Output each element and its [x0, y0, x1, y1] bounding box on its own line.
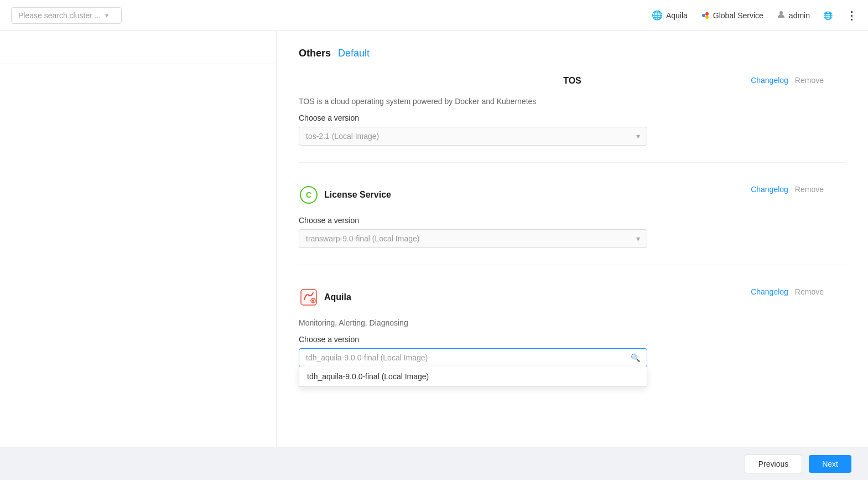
license-version-chevron: ▾	[636, 234, 640, 243]
tos-version-label: Choose a version	[299, 113, 846, 122]
tos-remove-link[interactable]: Remove	[795, 76, 824, 85]
next-button[interactable]: Next	[809, 455, 851, 473]
svg-point-0	[702, 14, 705, 17]
aquila-section: Aquila Changelog Remove Monitoring, Aler…	[299, 287, 846, 404]
header-left: Please search cluster ... ▾	[11, 7, 122, 24]
aquila-action-row: Changelog Remove	[751, 287, 824, 296]
license-copyright-icon: C	[300, 186, 318, 204]
aquila-version-label: Choose a version	[299, 335, 846, 344]
aquila-service-name: Aquila	[324, 292, 351, 302]
footer: Previous Next	[0, 447, 868, 480]
aquila-nav-item[interactable]: 🌐 Aquila	[652, 10, 688, 20]
globe-icon-item[interactable]: 🌐	[823, 11, 833, 20]
more-menu-item[interactable]: ⋮	[846, 9, 857, 22]
aquila-globe-icon: 🌐	[652, 10, 663, 20]
aquila-search-icon: 🔍	[631, 353, 640, 362]
license-service-name: License Service	[324, 190, 391, 200]
tos-action-row: Changelog Remove	[751, 76, 824, 85]
license-changelog-link[interactable]: Changelog	[751, 185, 788, 194]
license-service-icon: C	[299, 185, 319, 205]
aquila-version-dropdown: tdh_aquila-9.0.0-final (Local Image)	[299, 367, 647, 387]
cluster-placeholder-text: Please search cluster ...	[18, 11, 101, 20]
tos-section: TOS Changelog Remove TOS is a cloud oper…	[299, 76, 846, 163]
global-service-dots-icon	[701, 11, 710, 20]
aquila-nav-label: Aquila	[666, 11, 688, 20]
tos-description: TOS is a cloud operating system powered …	[299, 97, 846, 106]
license-version-value: transwarp-9.0-final (Local Image)	[306, 234, 419, 243]
previous-button[interactable]: Previous	[745, 455, 802, 473]
header-right: 🌐 Aquila Global Service admin 🌐 ⋮	[652, 9, 857, 22]
section-default-badge: Default	[338, 48, 370, 59]
more-icon: ⋮	[846, 9, 857, 22]
content-area: Others Default TOS Changelog Remove TOS …	[277, 31, 868, 480]
aquila-version-select[interactable]: tdh_aquila-9.0.0-final (Local Image) 🔍	[299, 348, 647, 367]
globe-icon: 🌐	[823, 11, 833, 20]
section-title: Others Default	[299, 48, 370, 59]
admin-label: admin	[789, 11, 810, 20]
aquila-changelog-link[interactable]: Changelog	[751, 287, 788, 296]
admin-user-icon	[777, 10, 786, 20]
svg-point-1	[705, 12, 709, 16]
svg-point-3	[779, 11, 783, 14]
aquila-version-value: tdh_aquila-9.0.0-final (Local Image)	[306, 353, 428, 362]
svg-point-2	[705, 16, 709, 19]
aquila-description: Monitoring, Alerting, Diagnosing	[299, 318, 846, 327]
global-service-item[interactable]: Global Service	[701, 11, 763, 20]
header: Please search cluster ... ▾ 🌐 Aquila Glo…	[0, 0, 868, 31]
license-action-row: Changelog Remove	[751, 185, 824, 194]
aquila-service-icon	[299, 287, 319, 307]
tos-version-select[interactable]: tos-2.1 (Local Image) ▾	[299, 127, 647, 146]
license-version-label: Choose a version	[299, 216, 846, 225]
sidebar	[0, 31, 277, 480]
admin-item[interactable]: admin	[777, 10, 810, 20]
aquila-dropdown-item[interactable]: tdh_aquila-9.0.0-final (Local Image)	[299, 367, 647, 386]
section-heading-row: Others Default	[299, 48, 846, 59]
cluster-search-dropdown[interactable]: Please search cluster ... ▾	[11, 7, 122, 24]
aquila-remove-link[interactable]: Remove	[795, 287, 824, 296]
tos-version-chevron: ▾	[636, 132, 640, 141]
global-service-label: Global Service	[713, 11, 763, 20]
svg-point-6	[312, 300, 314, 302]
main-container: Others Default TOS Changelog Remove TOS …	[0, 31, 868, 480]
license-version-select[interactable]: transwarp-9.0-final (Local Image) ▾	[299, 229, 647, 248]
tos-version-value: tos-2.1 (Local Image)	[306, 132, 379, 141]
tos-changelog-link[interactable]: Changelog	[751, 76, 788, 85]
license-remove-link[interactable]: Remove	[795, 185, 824, 194]
cluster-dropdown-arrow: ▾	[105, 12, 108, 19]
license-service-section: C License Service Changelog Remove Choos…	[299, 185, 846, 265]
